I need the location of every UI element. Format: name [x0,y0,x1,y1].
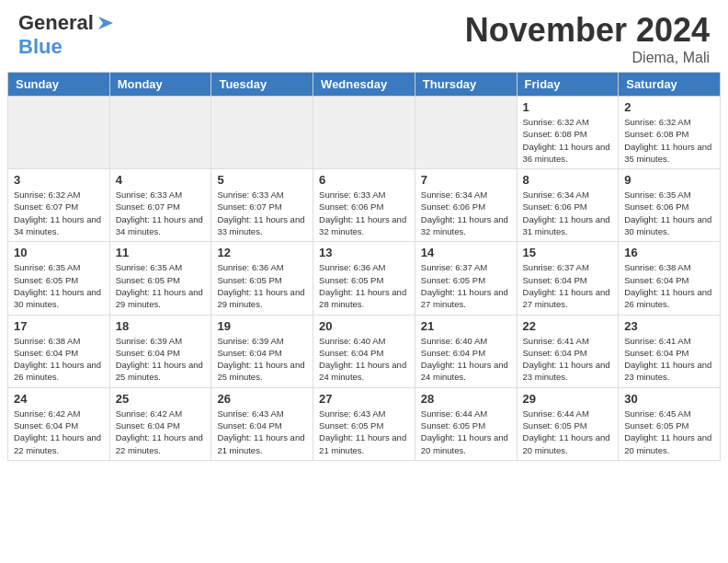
day-info: Sunrise: 6:35 AMSunset: 6:05 PMDaylight:… [116,261,206,310]
day-info: Sunrise: 6:44 AMSunset: 6:05 PMDaylight:… [523,408,613,456]
day-info: Sunrise: 6:43 AMSunset: 6:05 PMDaylight:… [319,408,409,456]
weekday-friday: Friday [517,73,619,97]
calendar-cell: 16Sunrise: 6:38 AMSunset: 6:04 PMDayligh… [619,242,721,315]
day-info: Sunrise: 6:38 AMSunset: 6:04 PMDaylight:… [14,335,104,384]
calendar-cell: 20Sunrise: 6:40 AMSunset: 6:04 PMDayligh… [313,315,415,387]
day-info: Sunrise: 6:36 AMSunset: 6:05 PMDaylight:… [319,261,409,310]
calendar-cell: 12Sunrise: 6:36 AMSunset: 6:05 PMDayligh… [211,242,313,315]
logo-blue-text: Blue [18,35,63,58]
day-number: 27 [319,392,409,406]
day-info: Sunrise: 6:33 AMSunset: 6:07 PMDaylight:… [116,189,206,237]
day-info: Sunrise: 6:42 AMSunset: 6:04 PMDaylight:… [116,408,206,456]
day-info: Sunrise: 6:35 AMSunset: 6:05 PMDaylight:… [14,261,104,310]
day-number: 22 [523,319,613,333]
header: General Blue November 2024 Diema, Mali [0,0,728,72]
location: Diema, Mali [465,50,710,66]
calendar-cell: 9Sunrise: 6:35 AMSunset: 6:06 PMDaylight… [619,169,721,242]
day-info: Sunrise: 6:42 AMSunset: 6:04 PMDaylight:… [14,408,104,456]
calendar-cell: 10Sunrise: 6:35 AMSunset: 6:05 PMDayligh… [8,242,110,315]
day-number: 15 [523,246,613,259]
day-number: 23 [624,319,714,333]
day-info: Sunrise: 6:39 AMSunset: 6:04 PMDaylight:… [217,335,307,384]
day-number: 1 [523,100,613,114]
calendar-cell: 6Sunrise: 6:33 AMSunset: 6:06 PMDaylight… [313,169,415,242]
day-number: 25 [116,392,206,406]
calendar-cell: 24Sunrise: 6:42 AMSunset: 6:04 PMDayligh… [8,387,110,460]
weekday-monday: Monday [109,73,211,97]
day-info: Sunrise: 6:32 AMSunset: 6:07 PMDaylight:… [14,189,104,237]
day-number: 6 [319,173,409,187]
calendar-cell: 2Sunrise: 6:32 AMSunset: 6:08 PMDaylight… [619,97,721,169]
day-number: 16 [624,246,714,259]
week-row-1: 1Sunrise: 6:32 AMSunset: 6:08 PMDaylight… [8,97,721,169]
logo: General Blue [18,11,116,59]
day-info: Sunrise: 6:40 AMSunset: 6:04 PMDaylight:… [421,335,511,384]
day-number: 18 [116,319,206,333]
calendar-cell [313,97,415,169]
week-row-4: 17Sunrise: 6:38 AMSunset: 6:04 PMDayligh… [8,315,721,387]
weekday-thursday: Thursday [415,73,517,97]
day-info: Sunrise: 6:41 AMSunset: 6:04 PMDaylight:… [523,335,613,384]
day-info: Sunrise: 6:33 AMSunset: 6:06 PMDaylight:… [319,189,409,237]
calendar-cell [8,97,110,169]
day-info: Sunrise: 6:36 AMSunset: 6:05 PMDaylight:… [217,261,307,310]
calendar-table: SundayMondayTuesdayWednesdayThursdayFrid… [7,72,721,461]
calendar-cell: 30Sunrise: 6:45 AMSunset: 6:05 PMDayligh… [619,387,721,460]
calendar-container: SundayMondayTuesdayWednesdayThursdayFrid… [0,72,728,468]
calendar-cell: 17Sunrise: 6:38 AMSunset: 6:04 PMDayligh… [8,315,110,387]
day-info: Sunrise: 6:41 AMSunset: 6:04 PMDaylight:… [624,335,714,384]
day-number: 4 [116,173,206,187]
day-info: Sunrise: 6:32 AMSunset: 6:08 PMDaylight:… [523,116,613,165]
day-number: 26 [217,392,307,406]
day-info: Sunrise: 6:43 AMSunset: 6:04 PMDaylight:… [217,408,307,456]
calendar-cell: 22Sunrise: 6:41 AMSunset: 6:04 PMDayligh… [517,315,619,387]
day-number: 17 [14,319,104,333]
calendar-cell: 8Sunrise: 6:34 AMSunset: 6:06 PMDaylight… [517,169,619,242]
day-number: 20 [319,319,409,333]
day-number: 28 [421,392,511,406]
calendar-cell: 13Sunrise: 6:36 AMSunset: 6:05 PMDayligh… [313,242,415,315]
calendar-body: 1Sunrise: 6:32 AMSunset: 6:08 PMDaylight… [8,97,721,461]
calendar-cell: 25Sunrise: 6:42 AMSunset: 6:04 PMDayligh… [109,387,211,460]
calendar-cell [211,97,313,169]
day-number: 3 [14,173,104,187]
calendar-cell: 4Sunrise: 6:33 AMSunset: 6:07 PMDaylight… [109,169,211,242]
week-row-3: 10Sunrise: 6:35 AMSunset: 6:05 PMDayligh… [8,242,721,315]
day-number: 10 [14,246,104,259]
day-info: Sunrise: 6:37 AMSunset: 6:05 PMDaylight:… [421,261,511,310]
day-info: Sunrise: 6:38 AMSunset: 6:04 PMDaylight:… [624,261,714,310]
day-number: 14 [421,246,511,259]
weekday-tuesday: Tuesday [211,73,313,97]
day-number: 5 [217,173,307,187]
calendar-cell: 3Sunrise: 6:32 AMSunset: 6:07 PMDaylight… [8,169,110,242]
svg-marker-0 [98,17,113,29]
day-number: 21 [421,319,511,333]
day-info: Sunrise: 6:34 AMSunset: 6:06 PMDaylight:… [421,189,511,237]
calendar-cell: 19Sunrise: 6:39 AMSunset: 6:04 PMDayligh… [211,315,313,387]
week-row-5: 24Sunrise: 6:42 AMSunset: 6:04 PMDayligh… [8,387,721,460]
calendar-cell: 29Sunrise: 6:44 AMSunset: 6:05 PMDayligh… [517,387,619,460]
day-number: 9 [624,173,714,187]
calendar-cell [109,97,211,169]
weekday-header-row: SundayMondayTuesdayWednesdayThursdayFrid… [8,73,721,97]
day-info: Sunrise: 6:37 AMSunset: 6:04 PMDaylight:… [523,261,613,310]
calendar-cell: 23Sunrise: 6:41 AMSunset: 6:04 PMDayligh… [619,315,721,387]
calendar-cell: 5Sunrise: 6:33 AMSunset: 6:07 PMDaylight… [211,169,313,242]
calendar-cell: 18Sunrise: 6:39 AMSunset: 6:04 PMDayligh… [109,315,211,387]
day-number: 24 [14,392,104,406]
day-info: Sunrise: 6:39 AMSunset: 6:04 PMDaylight:… [116,335,206,384]
weekday-wednesday: Wednesday [313,73,415,97]
calendar-cell: 21Sunrise: 6:40 AMSunset: 6:04 PMDayligh… [415,315,517,387]
logo-general: General [18,11,94,35]
week-row-2: 3Sunrise: 6:32 AMSunset: 6:07 PMDaylight… [8,169,721,242]
weekday-saturday: Saturday [619,73,721,97]
calendar-cell [415,97,517,169]
weekday-sunday: Sunday [8,73,110,97]
day-number: 2 [624,100,714,114]
calendar-cell: 28Sunrise: 6:44 AMSunset: 6:05 PMDayligh… [415,387,517,460]
calendar-cell: 1Sunrise: 6:32 AMSunset: 6:08 PMDaylight… [517,97,619,169]
day-number: 19 [217,319,307,333]
day-info: Sunrise: 6:35 AMSunset: 6:06 PMDaylight:… [624,189,714,237]
day-info: Sunrise: 6:40 AMSunset: 6:04 PMDaylight:… [319,335,409,384]
month-title: November 2024 [465,11,710,50]
